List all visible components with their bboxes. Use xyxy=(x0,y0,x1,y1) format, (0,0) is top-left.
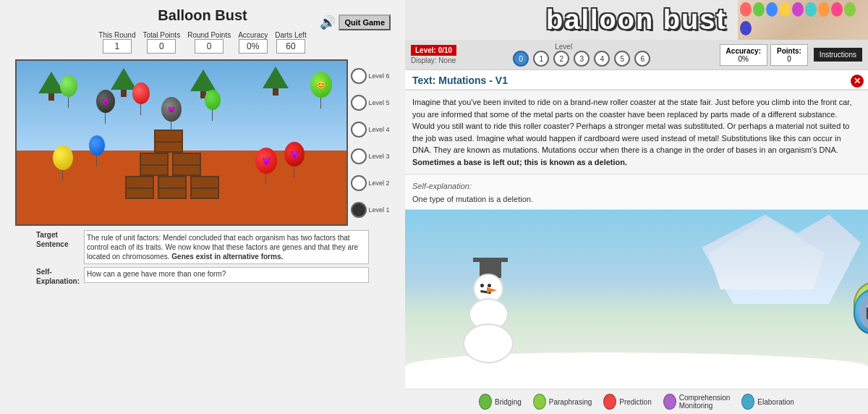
accuracy-value-right: 0% xyxy=(726,55,761,63)
balloon-face-1[interactable]: 😊 xyxy=(310,72,332,109)
accuracy-box: Accuracy: 0% xyxy=(720,44,767,66)
balloon-red-3[interactable]: 😈 xyxy=(284,142,305,177)
left-title: Balloon Bust xyxy=(158,7,247,24)
right-sub-header: Level: 0/10 Display: None Level 0 1 2 3 … xyxy=(405,40,868,70)
passage-text: Imagine that you've been invited to ride… xyxy=(412,98,851,154)
elaboration-label: Elaboration xyxy=(757,398,794,406)
prediction-label: Prediction xyxy=(619,398,651,406)
comprehension-balloon-icon xyxy=(663,394,676,410)
level-5-circle xyxy=(351,95,367,111)
level-dot-1[interactable]: 1 xyxy=(533,51,549,67)
elaboration-balloon-icon xyxy=(741,394,754,410)
balloon-pattern xyxy=(738,0,868,40)
self-exp-section: Self-explanation: One type of mutation i… xyxy=(405,174,868,210)
snowman-nose xyxy=(487,287,497,293)
tree-trunk xyxy=(273,88,278,96)
darts-left-label: Darts Left xyxy=(275,31,306,39)
level-2-circle xyxy=(351,175,367,191)
balloon-blue-1[interactable] xyxy=(89,135,105,166)
level-3-label: Level 3 xyxy=(369,153,390,160)
level-6-label: Level 6 xyxy=(369,72,390,80)
balloon-green-2[interactable] xyxy=(205,90,221,121)
crate-6 xyxy=(154,130,183,153)
balloon-green-1[interactable] xyxy=(60,75,77,108)
level-2-label: Level 2 xyxy=(369,179,390,187)
left-panel: Balloon Bust 🔊 Quit Game This Round 1 To… xyxy=(0,0,405,414)
accuracy-stat: Accuracy 0% xyxy=(238,31,268,54)
accuracy-label-right: Accuracy: xyxy=(726,47,761,55)
this-round-value: 1 xyxy=(103,39,132,54)
bottom-area: Target Sentence The rule of unit factors… xyxy=(36,230,369,286)
target-sentence-row: Target Sentence The rule of unit factors… xyxy=(36,230,369,264)
level-dot-2[interactable]: 2 xyxy=(553,51,569,67)
instructions-button[interactable]: Instructions xyxy=(814,48,862,62)
text-section-title: Text: Mutations - V1 xyxy=(405,70,868,90)
level-4-circle xyxy=(351,122,367,138)
darts-left-value: 60 xyxy=(276,39,305,54)
self-explanation-label: Self-Explanation: xyxy=(36,267,80,286)
crate-1 xyxy=(125,176,154,199)
tree-top-icon xyxy=(190,69,216,91)
balloon-ninja-2[interactable]: 😈 xyxy=(161,97,182,132)
darts-left-stat: Darts Left 60 xyxy=(275,31,306,54)
balloon-ninja-1[interactable]: 😈 xyxy=(96,90,115,124)
level-dot-3[interactable]: 3 xyxy=(574,51,590,67)
game-image-area: 🌄 🏔️ 🎭 🏞️ xyxy=(405,210,868,389)
balloon-red-1[interactable] xyxy=(132,83,150,115)
right-balloon-5[interactable]: 🎬 xyxy=(854,290,868,352)
self-exp-label: Self-explanation: xyxy=(412,182,472,190)
bridging-label: Bridging xyxy=(495,398,522,406)
self-explanation-input[interactable]: How can a gene have more than one form? xyxy=(84,267,369,283)
level-dot-0[interactable]: 0 xyxy=(513,51,529,67)
right-top-banner: balloon bust xyxy=(405,0,868,40)
quit-button[interactable]: Quit Game xyxy=(339,14,391,30)
self-exp-text: One type of mutation is a deletion. xyxy=(412,195,533,203)
snowman-body-bottom xyxy=(463,324,514,363)
level-header-label: Level xyxy=(555,43,572,51)
level-4-label: Level 4 xyxy=(369,126,390,133)
text-passage: Imagine that you've been invited to ride… xyxy=(405,90,868,174)
level-dot-5[interactable]: 5 xyxy=(614,51,630,67)
prediction-balloon-icon xyxy=(603,394,616,410)
legend-comprehension: ComprehensionMonitoring xyxy=(663,394,731,410)
paraphrasing-balloon-icon xyxy=(533,394,546,410)
level-4-item: Level 4 xyxy=(351,122,391,138)
accuracy-value: 0% xyxy=(239,39,268,54)
game-area[interactable]: 😈 😈 xyxy=(15,59,348,226)
crate-3 xyxy=(190,176,219,199)
level-dots: 0 1 2 3 4 5 6 xyxy=(513,51,650,67)
crate-2 xyxy=(158,176,187,199)
crate-4 xyxy=(140,153,169,176)
level-1-circle xyxy=(351,202,367,218)
level-5-item: Level 5 xyxy=(351,95,391,111)
comprehension-label: ComprehensionMonitoring xyxy=(679,394,731,410)
level-indicators: Level 6 Level 5 Level 4 Level 3 Level 2 … xyxy=(351,59,391,226)
warning-icon: ✕ xyxy=(851,75,864,88)
legend-bridging: Bridging xyxy=(479,394,522,410)
sound-button[interactable]: 🔊 xyxy=(320,14,336,30)
level-dot-6[interactable]: 6 xyxy=(634,51,650,67)
right-title: balloon bust xyxy=(546,4,727,35)
total-points-label: Total Points xyxy=(142,31,180,39)
top-buttons: 🔊 Quit Game xyxy=(320,14,391,30)
level-3-item: Level 3 xyxy=(351,148,391,164)
tree-trunk xyxy=(121,90,127,97)
tree-trunk xyxy=(48,93,54,101)
balloon-red-2[interactable]: 😈 xyxy=(255,148,277,185)
this-round-label: This Round xyxy=(98,31,135,39)
level-6-item: Level 6 xyxy=(351,68,391,84)
tree-4 xyxy=(263,67,289,96)
legend-elaboration: Elaboration xyxy=(741,394,794,410)
level-5-label: Level 5 xyxy=(369,99,390,106)
balloon-yellow-1[interactable] xyxy=(53,145,73,181)
level-dot-4[interactable]: 4 xyxy=(594,51,610,67)
crate-5 xyxy=(172,153,201,176)
target-sentence-content: The rule of unit factors: Mendel conclud… xyxy=(84,230,369,264)
points-value: 0 xyxy=(777,55,801,63)
level-1-item: Level 1 xyxy=(351,202,391,218)
target-sentence-label: Target Sentence xyxy=(36,230,80,249)
total-points-stat: Total Points 0 xyxy=(142,31,180,54)
legend-row: Bridging Paraphrasing Prediction Compreh… xyxy=(405,389,868,414)
stats-row: This Round 1 Total Points 0 Round Points… xyxy=(7,31,398,54)
target-sentence-bold: Genes exist in alternative forms. xyxy=(171,253,283,261)
